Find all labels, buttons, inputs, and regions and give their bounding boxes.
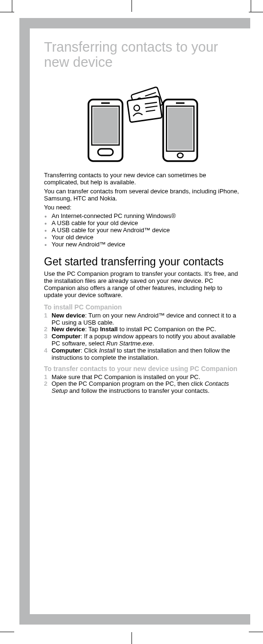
requirements-list: An Internet-connected PC running Windows…: [44, 213, 242, 248]
list-item: A USB cable for your new Android™ device: [44, 227, 242, 234]
step-bold: Computer: [52, 347, 80, 354]
transfer-steps: 1 Make sure that PC Companion is install…: [44, 374, 242, 395]
step-item: 1 Make sure that PC Companion is install…: [44, 374, 242, 381]
svg-rect-4: [101, 102, 110, 104]
svg-rect-15: [127, 96, 162, 122]
step-bold: New device: [52, 326, 85, 333]
step-bold: Install: [100, 326, 118, 333]
section-paragraph: Use the PC Companion program to transfer…: [44, 271, 242, 299]
step-text: .: [152, 340, 154, 347]
section-heading: Get started transferring your contacts: [44, 256, 242, 268]
step-text: : Click: [80, 347, 99, 354]
page-title: Transferring contacts to your new device: [44, 40, 242, 70]
step-italic: Install: [99, 347, 115, 354]
step-text: to install PC Companion on the PC.: [118, 326, 216, 333]
step-bold: Computer: [52, 333, 80, 340]
step-text: Make sure that PC Companion is installed…: [52, 373, 200, 381]
list-item: Your new Android™ device: [44, 241, 242, 248]
step-text: and follow the instructions to transfer …: [68, 387, 210, 394]
intro-paragraph-2: You can transfer contacts from several d…: [44, 188, 242, 202]
step-text: Open the PC Companion program on the PC,…: [52, 380, 205, 387]
svg-rect-7: [168, 108, 193, 150]
svg-rect-9: [176, 102, 184, 104]
step-item: 3 Computer: If a popup window appears to…: [44, 333, 242, 347]
step-number: 1: [44, 374, 47, 381]
step-italic: Run Startme.exe: [106, 340, 153, 347]
you-need-label: You need:: [44, 204, 242, 211]
step-item: 4 Computer: Click Install to start the i…: [44, 347, 242, 362]
subheading-install: To install PC Companion: [44, 304, 242, 311]
list-item: A USB cable for your old device: [44, 220, 242, 227]
hero-illustration: [44, 76, 242, 165]
step-number: 4: [44, 347, 47, 354]
step-number: 2: [44, 326, 47, 333]
step-number: 3: [44, 333, 47, 340]
step-item: 2 New device: Tap Install to install PC …: [44, 326, 242, 333]
install-steps: 1 New device: Turn on your new Android™ …: [44, 312, 242, 362]
step-item: 1 New device: Turn on your new Android™ …: [44, 312, 242, 327]
step-number: 1: [44, 312, 47, 319]
svg-rect-2: [93, 108, 118, 144]
step-text: : Tap: [85, 326, 100, 333]
step-bold: New device: [52, 312, 85, 319]
intro-paragraph-1: Transferring contacts to your new device…: [44, 172, 242, 186]
step-number: 2: [44, 381, 47, 388]
subheading-transfer: To transfer contacts to your new device …: [44, 365, 242, 372]
list-item: Your old device: [44, 234, 242, 241]
list-item: An Internet-connected PC running Windows…: [44, 213, 242, 220]
step-item: 2 Open the PC Companion program on the P…: [44, 381, 242, 395]
page-content: Transferring contacts to your new device: [19, 18, 250, 625]
